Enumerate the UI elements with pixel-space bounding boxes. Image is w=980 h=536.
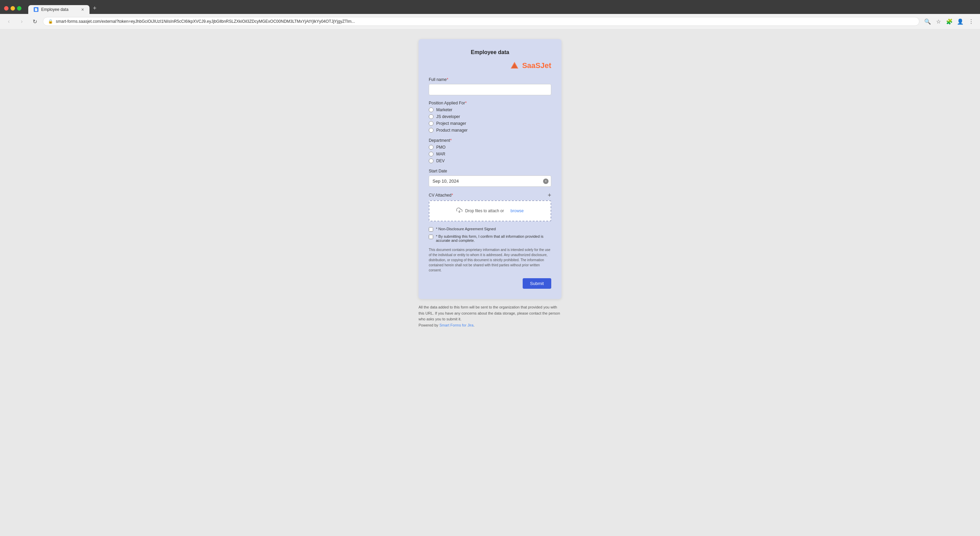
new-tab-button[interactable]: + xyxy=(89,3,100,14)
department-mar-label: MAR xyxy=(436,152,445,157)
position-marketer-label: Marketer xyxy=(436,108,452,112)
upload-icon xyxy=(456,207,463,215)
extensions-button[interactable]: 🧩 xyxy=(945,17,954,26)
browser-titlebar: 📄 Employee data × + xyxy=(4,3,976,14)
nda-checkbox-item[interactable]: * Non-Disclosure Agreement Signed xyxy=(429,227,551,232)
tab-close-button[interactable]: × xyxy=(81,7,84,12)
position-js-developer[interactable]: JS developer xyxy=(429,114,551,119)
department-radio-mar[interactable] xyxy=(429,152,434,157)
traffic-light-minimize[interactable] xyxy=(11,6,15,11)
bookmark-button[interactable]: ☆ xyxy=(934,17,943,26)
brand-logo: SaaSJet xyxy=(429,61,551,70)
department-pmo[interactable]: PMO xyxy=(429,145,551,150)
nav-actions: 🔍 ☆ 🧩 👤 ⋮ xyxy=(923,17,976,26)
disclaimer-text: This document contains proprietary infor… xyxy=(429,247,551,273)
position-radio-group: Marketer JS developer Project manager Pr… xyxy=(429,108,551,133)
cv-section-header: CV Attached* + xyxy=(429,192,551,198)
position-label: Position Applied For* xyxy=(429,101,551,105)
position-radio-js-developer[interactable] xyxy=(429,114,434,119)
start-date-label: Start Date xyxy=(429,169,551,173)
full-name-input[interactable] xyxy=(429,84,551,95)
department-radio-group: PMO MAR DEV xyxy=(429,145,551,163)
submit-row: Submit xyxy=(429,278,551,289)
position-js-developer-label: JS developer xyxy=(436,114,460,119)
position-radio-product-manager[interactable] xyxy=(429,128,434,133)
department-dev-label: DEV xyxy=(436,159,445,163)
brand-name: SaaSJet xyxy=(522,61,551,70)
cv-required: * xyxy=(452,193,453,198)
browser-chrome: 📄 Employee data × + xyxy=(0,0,980,14)
date-input-wrapper: × xyxy=(429,176,551,187)
position-group: Position Applied For* Marketer JS develo… xyxy=(429,101,551,133)
footer-text: All the data added to this form will be … xyxy=(418,305,560,321)
traffic-light-maximize[interactable] xyxy=(17,6,21,11)
position-project-manager-label: Project manager xyxy=(436,121,466,126)
nda-label: * Non-Disclosure Agreement Signed xyxy=(436,227,496,231)
form-container: Employee data SaaSJet Full name* xyxy=(418,39,562,299)
confirm-label: * By submitting this form, I confirm tha… xyxy=(436,234,551,243)
cv-group: CV Attached* + Drop files to attach or xyxy=(429,192,551,221)
position-radio-marketer[interactable] xyxy=(429,108,434,112)
department-radio-dev[interactable] xyxy=(429,159,434,163)
full-name-group: Full name* xyxy=(429,77,551,95)
back-button[interactable]: ‹ xyxy=(4,17,14,26)
position-product-manager-label: Product manager xyxy=(436,128,468,133)
forward-button[interactable]: › xyxy=(17,17,27,26)
full-name-label: Full name* xyxy=(429,77,551,82)
menu-button[interactable]: ⋮ xyxy=(966,17,976,26)
address-bar[interactable]: 🔒 smart-forms.saasjet.com/external?token… xyxy=(43,17,920,26)
footer-note: All the data added to this form will be … xyxy=(418,304,562,328)
nda-checkbox[interactable] xyxy=(429,227,433,232)
drop-files-text: Drop files to attach or xyxy=(465,208,504,213)
department-label: Department* xyxy=(429,138,551,143)
refresh-button[interactable]: ↻ xyxy=(30,17,40,26)
tab-bar: 📄 Employee data × + xyxy=(28,3,100,14)
nav-bar: ‹ › ↻ 🔒 smart-forms.saasjet.com/external… xyxy=(0,14,980,29)
brand-name-black: SaaS xyxy=(522,61,540,70)
profile-button[interactable]: 👤 xyxy=(956,17,965,26)
department-dev[interactable]: DEV xyxy=(429,159,551,163)
start-date-input[interactable] xyxy=(429,176,551,187)
browse-link[interactable]: browse xyxy=(511,208,524,213)
browser-tab[interactable]: 📄 Employee data × xyxy=(28,5,89,14)
full-name-required: * xyxy=(447,77,449,82)
url-text: smart-forms.saasjet.com/external?token=e… xyxy=(56,19,914,24)
cv-add-button[interactable]: + xyxy=(547,192,551,198)
search-button[interactable]: 🔍 xyxy=(923,17,932,26)
date-clear-button[interactable]: × xyxy=(543,179,549,184)
position-marketer[interactable]: Marketer xyxy=(429,108,551,112)
traffic-lights xyxy=(4,6,21,11)
submit-button[interactable]: Submit xyxy=(523,278,551,289)
position-project-manager[interactable]: Project manager xyxy=(429,121,551,126)
tab-favicon: 📄 xyxy=(34,7,38,12)
position-radio-project-manager[interactable] xyxy=(429,121,434,126)
page-content: Employee data SaaSJet Full name* xyxy=(0,29,980,534)
department-group: Department* PMO MAR DEV xyxy=(429,138,551,163)
tab-title: Employee data xyxy=(41,7,68,12)
position-required: * xyxy=(465,101,467,105)
drop-zone[interactable]: Drop files to attach or browse xyxy=(429,200,551,221)
saasjet-logo-icon xyxy=(510,61,519,70)
start-date-group: Start Date × xyxy=(429,169,551,187)
checkbox-group: * Non-Disclosure Agreement Signed * By s… xyxy=(429,227,551,243)
form-title: Employee data xyxy=(429,49,551,56)
lock-icon: 🔒 xyxy=(48,19,53,24)
traffic-light-close[interactable] xyxy=(4,6,8,11)
position-product-manager[interactable]: Product manager xyxy=(429,128,551,133)
department-radio-pmo[interactable] xyxy=(429,145,434,150)
department-mar[interactable]: MAR xyxy=(429,152,551,157)
brand-name-orange: Jet xyxy=(540,61,551,70)
footer-powered-by: Powered by xyxy=(418,323,438,327)
department-required: * xyxy=(450,138,452,143)
form-wrapper: Employee data SaaSJet Full name* xyxy=(418,39,562,524)
department-pmo-label: PMO xyxy=(436,145,445,150)
footer-link[interactable]: Smart Forms for Jira xyxy=(439,323,473,327)
confirm-checkbox-item[interactable]: * By submitting this form, I confirm tha… xyxy=(429,234,551,243)
cv-label: CV Attached* xyxy=(429,193,453,198)
confirm-checkbox[interactable] xyxy=(429,235,433,239)
